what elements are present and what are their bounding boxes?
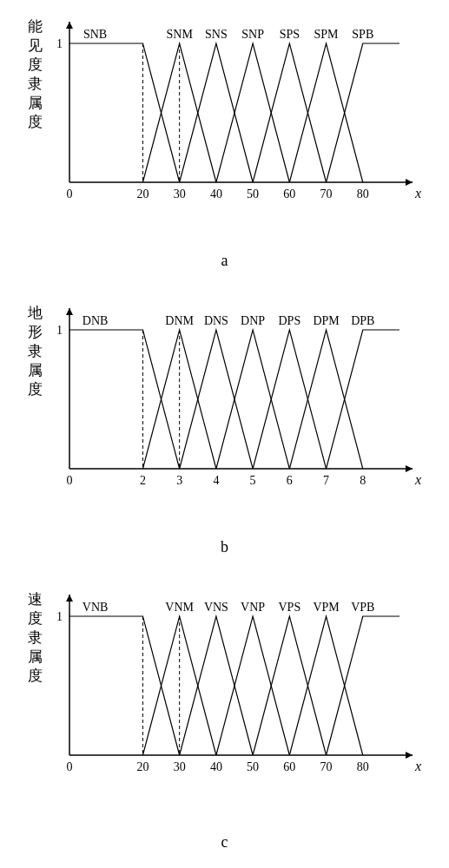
x-tick: 60 [283, 760, 295, 773]
fuzzy-set-label: SPM [314, 28, 340, 41]
fuzzy-set-label: VPS [278, 601, 300, 614]
membership-curve [289, 616, 362, 755]
fuzzy-set-label: DNM [165, 314, 194, 327]
x-tick: 6 [287, 474, 293, 487]
y-tick: 1 [56, 37, 63, 50]
fuzzy-set-label: DNB [83, 314, 109, 327]
x-tick: 2 [140, 474, 146, 487]
membership-curve [180, 616, 253, 755]
x-tick: 5 [250, 474, 256, 487]
svg-marker-9 [66, 308, 73, 315]
fuzzy-set-label: DPM [313, 314, 340, 327]
subplot-label-c: c [0, 833, 449, 852]
x-tick: 30 [174, 760, 186, 773]
fuzzy-set-label: DNP [241, 314, 265, 327]
svg-marker-7 [406, 465, 413, 472]
membership-curve [216, 616, 289, 755]
membership-curve [180, 43, 253, 182]
subplot-label-a: a [0, 252, 449, 270]
y-axis-label-b: 地形隶属度 [26, 304, 43, 399]
y-axis-label-a: 能见度隶属度 [26, 17, 43, 132]
y-tick: 1 [56, 610, 63, 623]
chart-a: 能见度隶属度 020304050607080x1SNBSNMSNSSNPSPSS… [0, 9, 449, 278]
x-tick: 60 [283, 187, 295, 201]
membership-curve [216, 43, 289, 182]
plot-area-a: 020304050607080x1SNBSNMSNSSNPSPSSPMSPB [61, 17, 417, 208]
plot-area-c: 020304050607080x1VNBVNMVNSVNPVPSVPMVPB [61, 590, 417, 781]
fuzzy-set-label: DPB [351, 314, 374, 327]
subplot-label-b: b [0, 538, 449, 556]
svg-marker-15 [66, 595, 73, 602]
membership-curve [327, 43, 399, 182]
fuzzy-set-label: DNS [204, 314, 228, 327]
x-tick: 3 [176, 474, 182, 487]
x-tick: 40 [210, 187, 222, 201]
fuzzy-set-label: SNB [83, 28, 107, 41]
fuzzy-set-label: SPB [352, 28, 373, 41]
svg-marker-13 [406, 752, 413, 759]
plot-area-b: 02345678x1DNBDNMDNSDNPDPSDPMDPB [61, 304, 417, 495]
membership-curve [69, 616, 180, 755]
x-tick: 50 [247, 187, 259, 201]
membership-curve [289, 43, 362, 182]
x-tick: 8 [360, 474, 366, 487]
svg-marker-1 [406, 179, 413, 186]
svg-marker-3 [66, 22, 73, 29]
x-axis-var: x [414, 472, 421, 487]
x-tick: 7 [323, 474, 329, 487]
chart-c: 速度隶属度 020304050607080x1VNBVNMVNSVNPVPSVP… [0, 582, 449, 851]
membership-curve [289, 330, 362, 469]
x-axis-var: x [414, 186, 421, 201]
membership-curve [253, 616, 326, 755]
x-tick: 40 [210, 760, 222, 773]
x-tick: 0 [67, 760, 73, 773]
membership-curve [216, 330, 289, 469]
fuzzy-set-label: DPS [278, 314, 300, 327]
x-tick: 30 [174, 187, 186, 201]
x-tick: 0 [67, 187, 73, 201]
x-tick: 80 [357, 760, 369, 773]
fuzzy-set-label: VNP [241, 601, 265, 614]
chart-svg-b: 02345678x1DNBDNMDNSDNPDPSDPMDPB [61, 304, 417, 512]
y-tick: 1 [56, 324, 63, 337]
membership-curve [253, 330, 326, 469]
fuzzy-set-label: VPM [313, 601, 340, 614]
chart-svg-a: 020304050607080x1SNBSNMSNSSNPSPSSPMSPB [61, 17, 417, 226]
x-axis-var: x [414, 759, 421, 773]
fuzzy-set-label: VNS [204, 601, 228, 614]
x-tick: 80 [357, 187, 369, 201]
fuzzy-set-label: SPS [280, 28, 300, 41]
y-axis-label-c: 速度隶属度 [26, 590, 43, 686]
x-tick: 0 [67, 474, 73, 487]
x-tick: 4 [213, 474, 219, 487]
x-tick: 50 [247, 760, 259, 773]
x-tick: 20 [136, 760, 149, 773]
membership-curve [253, 43, 326, 182]
x-tick: 20 [136, 187, 149, 201]
fuzzy-set-label: SNS [205, 28, 228, 41]
membership-curve [69, 43, 180, 182]
fuzzy-set-label: SNM [166, 28, 193, 41]
fuzzy-set-label: VPB [351, 601, 374, 614]
fuzzy-set-label: VNM [165, 601, 194, 614]
chart-svg-c: 020304050607080x1VNBVNMVNSVNPVPSVPMVPB [61, 590, 417, 799]
chart-b: 地形隶属度 02345678x1DNBDNMDNSDNPDPSDPMDPB b [0, 295, 449, 564]
x-tick: 70 [320, 187, 333, 201]
fuzzy-set-label: SNP [241, 28, 264, 41]
membership-curve [69, 330, 180, 469]
fuzzy-set-label: VNB [83, 601, 109, 614]
membership-curve [327, 616, 399, 755]
membership-curve [327, 330, 399, 469]
membership-curve [180, 330, 253, 469]
x-tick: 70 [320, 760, 333, 773]
